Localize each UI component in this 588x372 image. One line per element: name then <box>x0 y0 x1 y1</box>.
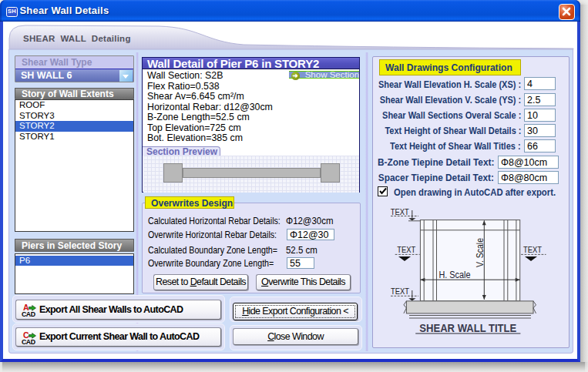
svg-text:V. Scale: V. Scale <box>475 238 486 267</box>
svg-text:TEXT: TEXT <box>391 287 409 296</box>
svg-text:TEXT: TEXT <box>391 207 409 216</box>
svg-text:H. Scale: H. Scale <box>439 270 471 280</box>
svg-text:TEXT: TEXT <box>523 245 542 254</box>
svg-text:TEXT: TEXT <box>397 245 415 254</box>
svg-text:SHEAR WALL TITLE: SHEAR WALL TITLE <box>419 321 516 334</box>
